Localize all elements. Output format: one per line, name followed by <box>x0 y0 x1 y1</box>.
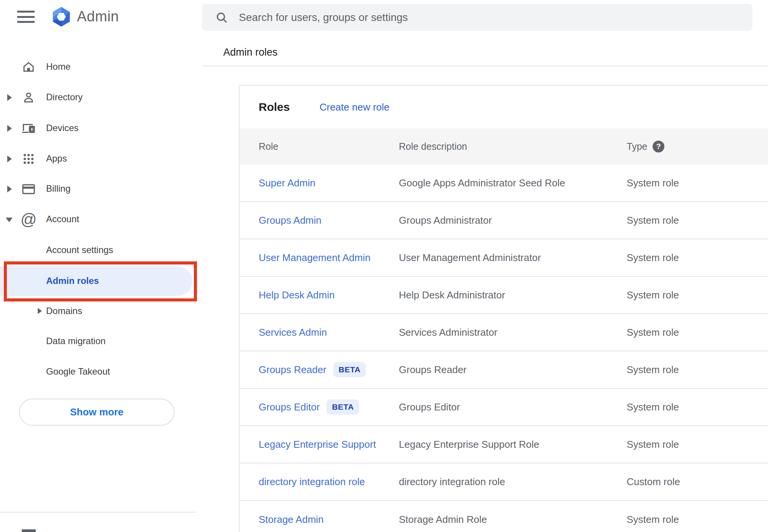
role-description: Services Administrator <box>399 327 627 338</box>
table-row: Services Admin Services Administrator Sy… <box>240 314 768 351</box>
role-type: System role <box>627 215 768 226</box>
table-row: Legacy Enterprise Support Legacy Enterpr… <box>240 426 768 463</box>
at-sign-icon: @ <box>21 212 36 227</box>
table-row: Groups Editor BETA Groups Editor System … <box>240 389 768 426</box>
show-more-button[interactable]: Show more <box>19 399 174 426</box>
sidebar: Admin Home Directory <box>0 0 196 532</box>
role-link[interactable]: Groups Reader <box>259 364 326 376</box>
home-icon <box>21 59 36 75</box>
sidebar-item-home[interactable]: Home <box>0 52 196 82</box>
table-row: Groups Reader BETA Groups Reader System … <box>240 351 768 389</box>
role-type: System role <box>627 401 768 413</box>
sidebar-item-account[interactable]: @ Account <box>0 204 196 235</box>
expand-arrow-icon[interactable] <box>7 155 12 162</box>
column-header-role: Role <box>259 141 399 152</box>
beta-badge: BETA <box>326 399 359 415</box>
table-row: User Management Admin User Management Ad… <box>240 239 768 277</box>
table-row: Super Admin Google Apps Administrator Se… <box>240 165 768 202</box>
role-description: Groups Administrator <box>399 215 627 226</box>
role-type: System role <box>627 327 768 338</box>
role-type: System role <box>627 177 768 189</box>
search-bar[interactable] <box>202 4 752 31</box>
table-row: Storage Admin Storage Admin Role System … <box>240 501 768 532</box>
role-link[interactable]: Legacy Enterprise Support <box>259 439 399 450</box>
column-header-role-description: Role description <box>399 141 627 152</box>
sidebar-item-label: Google Takeout <box>46 366 110 377</box>
sidebar-item-label: Devices <box>46 123 78 133</box>
expand-arrow-icon[interactable] <box>7 186 12 192</box>
role-description: Legacy Enterprise Support Role <box>399 439 627 450</box>
expand-arrow-icon[interactable] <box>7 125 12 132</box>
table-row: directory integration role directory int… <box>240 463 768 501</box>
role-type: System role <box>627 289 768 301</box>
sidebar-item-label: Home <box>46 61 70 72</box>
role-link[interactable]: directory integration role <box>259 476 399 488</box>
role-type: System role <box>627 439 768 450</box>
sidebar-item-data-migration[interactable]: Data migration <box>0 326 196 357</box>
role-type: System role <box>627 364 768 376</box>
sidebar-item-google-takeout[interactable]: Google Takeout <box>0 357 196 387</box>
role-link[interactable]: Help Desk Admin <box>259 289 399 301</box>
sidebar-item-account-settings[interactable]: Account settings <box>0 235 196 266</box>
roles-card: Roles Create new role Role Role descript… <box>239 85 768 532</box>
search-icon <box>215 11 228 24</box>
sidebar-item-label: Billing <box>46 183 70 194</box>
role-link[interactable]: Super Admin <box>259 177 399 189</box>
role-description: directory integration role <box>399 476 627 488</box>
sidebar-divider <box>0 512 196 513</box>
sidebar-item-devices[interactable]: Devices <box>0 113 196 144</box>
collapse-arrow-icon[interactable] <box>6 218 13 222</box>
role-link[interactable]: Services Admin <box>259 327 399 338</box>
create-new-role-link[interactable]: Create new role <box>320 101 390 113</box>
hamburger-menu-icon[interactable] <box>17 11 35 23</box>
sidebar-item-apps[interactable]: Apps <box>0 144 196 174</box>
sidebar-item-label: Domains <box>46 306 82 316</box>
role-description: Groups Editor <box>399 401 627 413</box>
table-header-row: Role Role description Type ? <box>240 128 768 165</box>
table-row: Groups Admin Groups Administrator System… <box>240 202 768 239</box>
role-description: Storage Admin Role <box>399 514 627 526</box>
sidebar-item-label: Account settings <box>46 245 113 255</box>
content-divider <box>202 66 768 66</box>
role-description: Google Apps Administrator Seed Role <box>399 177 627 189</box>
breadcrumb: Admin roles <box>223 46 278 58</box>
sidebar-item-directory[interactable]: Directory <box>0 82 196 113</box>
role-type: Custom role <box>627 476 768 488</box>
role-description: Groups Reader <box>399 364 627 376</box>
card-title: Roles <box>259 101 290 114</box>
sidebar-item-label: Directory <box>46 92 83 103</box>
sidebar-item-label: Account <box>46 214 79 224</box>
role-description: Help Desk Administrator <box>399 289 627 301</box>
apps-grid-icon <box>21 151 36 167</box>
expand-arrow-icon[interactable] <box>7 94 12 101</box>
credit-card-icon <box>21 181 36 197</box>
expand-arrow-icon[interactable] <box>38 308 42 314</box>
admin-logo-icon <box>51 6 72 27</box>
devices-icon <box>21 121 36 136</box>
role-link[interactable]: Groups Admin <box>259 215 399 226</box>
sidebar-item-label: Apps <box>46 153 67 164</box>
sidebar-header: Admin <box>0 0 196 34</box>
role-link[interactable]: Groups Editor <box>259 401 320 413</box>
column-header-type: Type ? <box>627 141 768 152</box>
role-link[interactable]: User Management Admin <box>259 252 399 264</box>
roles-card-header: Roles Create new role <box>240 86 768 128</box>
table-row: Help Desk Admin Help Desk Administrator … <box>240 277 768 314</box>
help-icon[interactable]: ? <box>653 141 664 152</box>
sidebar-item-label: Admin roles <box>46 276 99 286</box>
sidebar-item-billing[interactable]: Billing <box>0 174 196 204</box>
admin-console-page: Admin Home Directory <box>0 0 768 532</box>
role-type: System role <box>627 514 768 526</box>
sidebar-item-domains[interactable]: Domains <box>0 296 196 327</box>
role-type: System role <box>627 252 768 264</box>
search-input[interactable] <box>239 11 745 24</box>
sidebar-item-admin-roles[interactable]: Admin roles <box>0 266 196 296</box>
beta-badge: BETA <box>333 362 366 377</box>
partial-bottom-icon <box>22 529 36 532</box>
person-icon <box>21 90 36 105</box>
sidebar-item-label: Data migration <box>46 336 106 346</box>
app-title: Admin <box>77 8 119 25</box>
role-link[interactable]: Storage Admin <box>259 514 399 526</box>
role-description: User Management Administrator <box>399 252 627 264</box>
